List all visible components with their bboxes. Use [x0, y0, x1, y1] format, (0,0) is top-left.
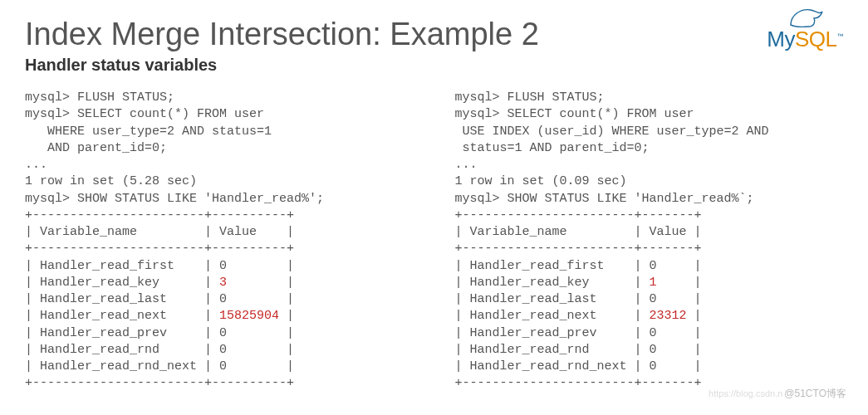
logo-my: My: [767, 27, 795, 51]
logo-tm: ™: [837, 32, 844, 40]
watermark: https://blog.csdn.n@51CTO博客: [709, 387, 846, 401]
page-subtitle: Handler status variables: [25, 56, 843, 75]
right-column: mysql> FLUSH STATUS; mysql> SELECT count…: [455, 90, 844, 393]
left-column: mysql> FLUSH STATUS; mysql> SELECT count…: [25, 90, 414, 393]
mysql-logo: MySQL™: [767, 10, 843, 52]
left-terminal: mysql> FLUSH STATUS; mysql> SELECT count…: [25, 90, 414, 393]
right-terminal: mysql> FLUSH STATUS; mysql> SELECT count…: [455, 90, 844, 393]
watermark-cto: @51CTO博客: [784, 388, 846, 399]
page-title: Index Merge Intersection: Example 2: [25, 17, 843, 52]
watermark-csdn: https://blog.csdn.n: [709, 388, 782, 398]
logo-sql: SQL: [795, 27, 837, 51]
content-columns: mysql> FLUSH STATUS; mysql> SELECT count…: [25, 90, 843, 393]
